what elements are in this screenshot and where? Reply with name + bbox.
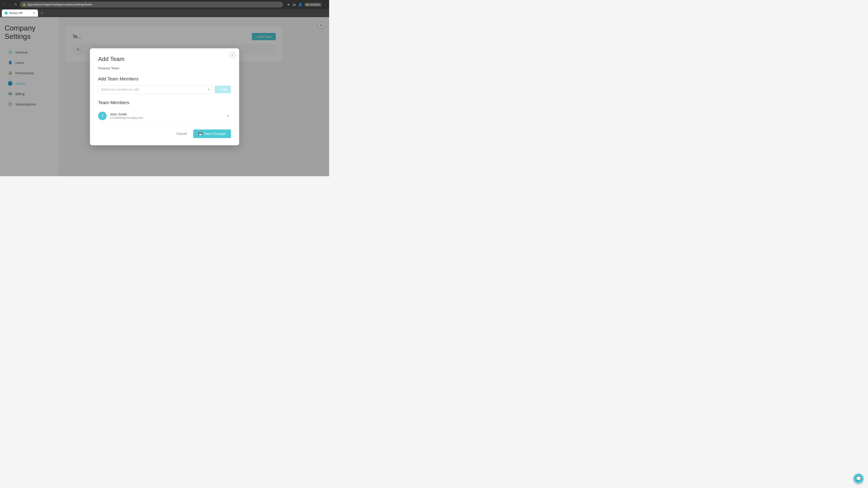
incognito-label: Incognito — [310, 3, 320, 6]
tab-title: Breezy HR — [9, 11, 23, 15]
extensions-icon[interactable]: ▤ — [292, 2, 296, 7]
member-select-wrapper: Select the members to add ▼ — [98, 85, 213, 94]
nav-buttons: ← → ↻ — [2, 2, 18, 7]
new-tab-button[interactable]: + — [39, 11, 45, 15]
tab-bar: Breezy HR ✕ + — [0, 9, 329, 17]
modal-close-icon: × — [231, 53, 233, 57]
add-members-row: Select the members to add ▼ + Add — [98, 85, 231, 94]
save-button[interactable]: 💾 Save Changes — [193, 129, 231, 138]
tab-close-icon[interactable]: ✕ — [33, 11, 35, 15]
modal-close-button[interactable]: × — [229, 52, 236, 58]
page-layout: Company Settings ⚙ General 👤 Users 🔒 Per… — [0, 17, 329, 176]
browser-chrome: ← → ↻ 🔒 app.breezy.hr/app/c/moodjoy/comp… — [0, 0, 329, 9]
modal-overlay[interactable]: × Add Team Finance Team Add Team Members… — [0, 17, 329, 176]
add-members-section-title: Add Team Members — [98, 76, 231, 82]
save-icon: 💾 — [198, 132, 203, 136]
back-button[interactable]: ← — [2, 2, 6, 7]
profile-icon[interactable]: 👤 — [298, 2, 303, 7]
lock-icon: 🔒 — [23, 3, 26, 6]
refresh-button[interactable]: ↻ — [13, 2, 18, 7]
team-members-section-title: Team Members — [98, 100, 231, 105]
member-remove-button[interactable]: ✕ — [225, 113, 231, 119]
modal-footer: Cancel 💾 Save Changes — [98, 129, 231, 138]
menu-icon[interactable]: ⋮ — [323, 2, 327, 7]
member-item: J John Smith e71b9844@moodjoy.com ✕ — [98, 109, 231, 123]
tab-favicon — [4, 11, 8, 15]
incognito-badge: 🕵 Incognito — [305, 3, 321, 6]
member-select[interactable]: Select the members to add — [98, 85, 213, 94]
address-bar[interactable]: 🔒 app.breezy.hr/app/c/moodjoy/company/se… — [20, 2, 283, 7]
members-list: J John Smith e71b9844@moodjoy.com ✕ — [98, 109, 231, 123]
address-text: app.breezy.hr/app/c/moodjoy/company/sett… — [28, 3, 92, 6]
browser-actions: ★ ▤ 👤 🕵 Incognito ⋮ — [287, 2, 327, 7]
member-email: e71b9844@moodjoy.com — [110, 116, 222, 120]
active-tab[interactable]: Breezy HR ✕ — [2, 9, 38, 17]
cancel-button[interactable]: Cancel — [173, 130, 190, 137]
add-member-button[interactable]: + Add — [215, 86, 231, 93]
modal-title: Add Team — [98, 56, 231, 63]
add-team-modal: × Add Team Finance Team Add Team Members… — [90, 48, 239, 145]
bookmark-icon[interactable]: ★ — [287, 2, 290, 7]
forward-button[interactable]: → — [8, 2, 12, 7]
member-name: John Smith — [110, 112, 222, 116]
incognito-icon: 🕵 — [306, 3, 309, 6]
team-name-display: Finance Team — [98, 66, 231, 70]
member-avatar: J — [98, 111, 107, 120]
save-label: Save Changes — [204, 132, 226, 135]
member-info: John Smith e71b9844@moodjoy.com — [110, 112, 222, 120]
